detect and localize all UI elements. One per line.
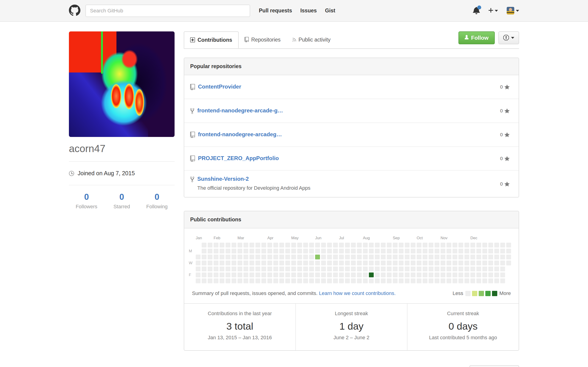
contribution-cell[interactable] [470,249,475,253]
contribution-cell[interactable] [232,261,236,265]
contribution-cell[interactable] [202,278,207,283]
contribution-cell[interactable] [435,243,439,248]
contribution-cell[interactable] [297,255,302,259]
contribution-cell[interactable] [470,255,475,259]
contribution-cell[interactable] [351,255,356,259]
contribution-cell[interactable] [429,249,433,253]
contribution-cell[interactable] [232,273,236,277]
contribution-cell[interactable] [399,267,404,271]
contribution-cell[interactable] [232,255,236,259]
contribution-cell[interactable] [327,278,332,283]
contribution-cell[interactable] [255,278,260,283]
contribution-cell[interactable] [506,261,511,265]
contribution-cell[interactable] [411,273,415,277]
contribution-cell[interactable] [458,278,463,283]
contribution-cell[interactable] [339,267,344,271]
contribution-cell[interactable] [393,278,398,283]
contribution-cell[interactable] [411,255,415,259]
contribution-cell[interactable] [214,255,218,259]
contribution-cell[interactable] [381,255,386,259]
contribution-cell[interactable] [393,261,398,265]
contribution-cell[interactable] [429,255,433,259]
contribution-cell[interactable] [345,278,350,283]
contribution-cell[interactable] [506,249,511,253]
contribution-cell[interactable] [291,278,296,283]
contribution-cell[interactable] [435,267,439,271]
contribution-cell[interactable] [452,273,457,277]
contribution-cell[interactable] [429,278,433,283]
contribution-cell[interactable] [291,261,296,265]
contribution-cell[interactable] [279,249,284,253]
contribution-cell[interactable] [267,243,272,248]
contribution-cell[interactable] [279,261,284,265]
contribution-cell[interactable] [333,255,338,259]
counter-following[interactable]: 0Following [139,192,174,210]
contribution-cell[interactable] [381,261,386,265]
contribution-cell[interactable] [423,243,427,248]
contribution-cell[interactable] [435,255,439,259]
contribution-cell[interactable] [333,273,338,277]
repo-link[interactable]: ContentProvider [198,83,241,90]
contribution-cell[interactable] [369,255,374,259]
contribution-cell[interactable] [243,249,248,253]
contribution-cell[interactable] [315,261,320,265]
contribution-cell[interactable] [267,255,272,259]
contribution-cell[interactable] [237,267,242,271]
contribution-cell[interactable] [261,267,266,271]
contribution-cell[interactable] [464,278,469,283]
contribution-cell[interactable] [357,273,362,277]
contribution-cell[interactable] [309,243,314,248]
contribution-cell[interactable] [357,278,362,283]
contribution-cell[interactable] [494,273,499,277]
contribution-cell[interactable] [309,249,314,253]
contribution-cell[interactable] [482,255,487,259]
contribution-cell[interactable] [387,273,392,277]
repo-star-count[interactable]: 0 [500,84,513,90]
contribution-cell[interactable] [267,261,272,265]
contribution-cell[interactable] [393,267,398,271]
contribution-cell[interactable] [273,243,278,248]
period-dropdown-button[interactable]: Period: 1 week [469,365,519,367]
contribution-cell[interactable] [303,255,308,259]
contribution-cell[interactable] [279,255,284,259]
contribution-cell[interactable] [387,261,392,265]
contribution-cell[interactable] [255,261,260,265]
contribution-cell[interactable] [339,273,344,277]
user-menu-dropdown[interactable] [507,7,519,15]
contribution-cell[interactable] [363,267,368,271]
contribution-cell[interactable] [464,261,469,265]
contribution-cell[interactable] [411,267,415,271]
contribution-cell[interactable] [225,278,230,283]
contribution-cell[interactable] [237,255,242,259]
contribution-cell[interactable] [393,273,398,277]
contribution-cell[interactable] [297,243,302,248]
contribution-cell[interactable] [500,261,505,265]
contribution-cell[interactable] [243,278,248,283]
contribution-cell[interactable] [291,243,296,248]
contribution-cell[interactable] [243,243,248,248]
contribution-cell[interactable] [441,243,445,248]
contribution-cell[interactable] [452,267,457,271]
contribution-cell[interactable] [375,278,380,283]
nav-link-issues[interactable]: Issues [300,8,317,14]
contribution-cell[interactable] [452,243,457,248]
contribution-cell[interactable] [237,278,242,283]
contribution-cell[interactable] [393,243,398,248]
contribution-cell[interactable] [279,273,284,277]
contribution-cell[interactable] [237,249,242,253]
contribution-cell[interactable] [429,267,433,271]
contribution-cell[interactable] [464,267,469,271]
contribution-cell[interactable] [225,261,230,265]
contribution-cell[interactable] [405,273,409,277]
contribution-cell[interactable] [291,273,296,277]
contribution-cell[interactable] [470,243,475,248]
contribution-cell[interactable] [250,255,254,259]
contribution-cell[interactable] [208,267,212,271]
contribution-cell[interactable] [405,249,409,253]
contribution-cell[interactable] [476,243,481,248]
contribution-cell[interactable] [232,278,236,283]
repo-star-count[interactable]: 0 [500,155,513,162]
contribution-cell[interactable] [500,273,505,277]
contribution-cell[interactable] [225,273,230,277]
contribution-cell[interactable] [351,267,356,271]
